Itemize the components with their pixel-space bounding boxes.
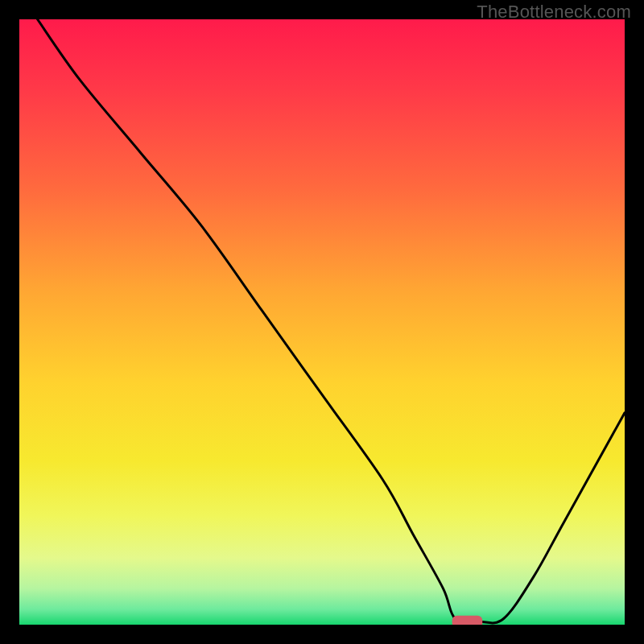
watermark-label: TheBottleneck.com bbox=[477, 2, 631, 23]
bottleneck-chart bbox=[19, 19, 625, 625]
optimal-marker bbox=[452, 616, 483, 625]
gradient-background bbox=[19, 19, 625, 625]
chart-frame bbox=[19, 19, 625, 625]
